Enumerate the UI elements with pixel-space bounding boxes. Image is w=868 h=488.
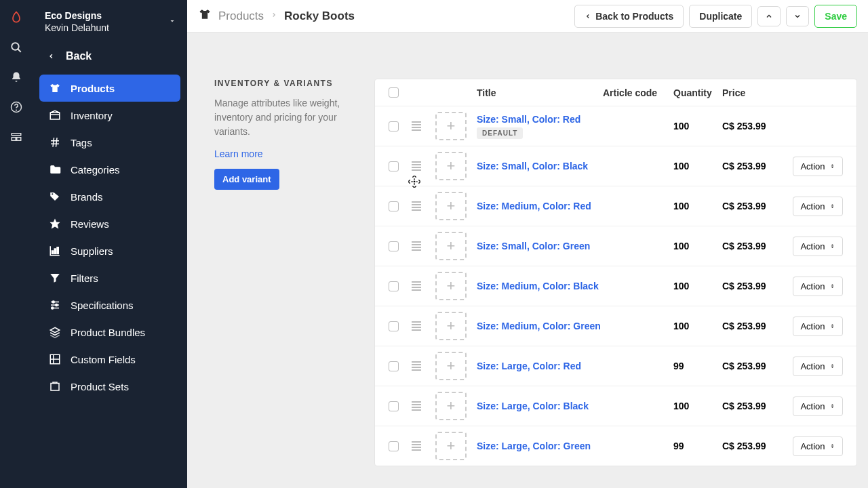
sidebar-item-label: Brands — [71, 191, 103, 203]
svg-point-21 — [56, 304, 58, 306]
row-checkbox[interactable] — [389, 401, 399, 411]
sort-icon — [829, 402, 835, 410]
drag-handle[interactable] — [405, 241, 428, 251]
add-image-button[interactable]: + — [435, 112, 467, 140]
action-button[interactable]: Action — [793, 277, 842, 296]
sidebar-item-inventory[interactable]: Inventory — [39, 102, 180, 129]
row-checkbox[interactable] — [389, 121, 399, 131]
variant-title-link[interactable]: Size: Medium, Color: Red — [477, 201, 591, 211]
drag-handle[interactable] — [405, 441, 428, 451]
price-value: C$ 253.99 — [722, 401, 786, 411]
folder-icon — [49, 163, 61, 176]
content-scroll[interactable]: INVENTORY & VARIANTS Manage attributes l… — [187, 33, 868, 488]
row-checkbox[interactable] — [389, 281, 399, 291]
variant-title-link[interactable]: Size: Large, Color: Black — [477, 401, 589, 411]
variant-title-link[interactable]: Size: Small, Color: Red — [477, 114, 580, 125]
svg-rect-4 — [12, 134, 21, 136]
next-button[interactable] — [786, 6, 809, 26]
drag-handle[interactable] — [405, 281, 428, 291]
add-image-button[interactable]: + — [435, 352, 467, 380]
save-button[interactable]: Save — [814, 5, 857, 28]
drag-handle[interactable] — [405, 121, 428, 131]
price-value: C$ 253.99 — [722, 201, 786, 211]
quantity-value: 99 — [673, 441, 722, 451]
col-title: Title — [474, 87, 603, 98]
sidebar-item-label: Suppliers — [71, 245, 113, 257]
col-article: Article code — [603, 87, 673, 98]
action-button[interactable]: Action — [793, 237, 842, 256]
sidebar-item-label: Inventory — [71, 110, 113, 121]
variant-title-link[interactable]: Size: Small, Color: Black — [477, 161, 588, 171]
add-image-button[interactable]: + — [435, 312, 467, 340]
drag-handle[interactable] — [405, 321, 428, 331]
sidebar-item-label: Specifications — [71, 300, 134, 311]
svg-marker-13 — [50, 219, 60, 229]
svg-marker-23 — [50, 328, 60, 333]
bell-icon[interactable] — [9, 70, 23, 84]
quantity-value: 100 — [673, 201, 722, 211]
row-checkbox[interactable] — [389, 361, 399, 371]
sidebar-item-product-bundles[interactable]: Product Bundles — [39, 319, 180, 346]
action-button[interactable]: Action — [793, 396, 842, 416]
sidebar-item-categories[interactable]: Categories — [39, 156, 180, 183]
action-button[interactable]: Action — [793, 436, 842, 456]
add-image-button[interactable]: + — [435, 432, 467, 460]
row-checkbox[interactable] — [389, 201, 399, 211]
search-icon[interactable] — [9, 41, 23, 54]
hash-icon — [49, 136, 61, 148]
variant-title-link[interactable]: Size: Medium, Color: Green — [477, 321, 601, 331]
sidebar-item-reviews[interactable]: Reviews — [39, 210, 180, 237]
add-image-button[interactable]: + — [435, 152, 467, 180]
learn-more-link[interactable]: Learn more — [214, 148, 263, 159]
add-image-button[interactable]: + — [435, 392, 467, 420]
action-button[interactable]: Action — [793, 157, 842, 176]
add-image-button[interactable]: + — [435, 272, 467, 300]
sidebar-item-filters[interactable]: Filters — [39, 264, 180, 291]
sidebar-item-products[interactable]: Products — [39, 75, 180, 102]
chevron-right-icon — [271, 9, 277, 23]
action-button[interactable]: Action — [793, 317, 842, 336]
sidebar-item-label: Product Sets — [71, 381, 129, 392]
store-switcher[interactable]: Eco Designs Kevin Delahunt — [33, 0, 187, 41]
drag-handle[interactable] — [405, 361, 428, 371]
drag-handle[interactable] — [405, 161, 428, 171]
duplicate-button[interactable]: Duplicate — [689, 5, 752, 28]
sidebar-item-suppliers[interactable]: Suppliers — [39, 237, 180, 264]
tshirt-icon — [198, 7, 212, 24]
sidebar-item-brands[interactable]: Brands — [39, 183, 180, 210]
action-button[interactable]: Action — [793, 197, 842, 216]
variant-title-link[interactable]: Size: Medium, Color: Black — [477, 281, 599, 291]
row-checkbox[interactable] — [389, 441, 399, 451]
sidebar-item-custom-fields[interactable]: Custom Fields — [39, 346, 180, 373]
variant-title-link[interactable]: Size: Small, Color: Green — [477, 241, 590, 251]
help-icon[interactable] — [9, 100, 23, 114]
add-variant-button[interactable]: Add variant — [214, 169, 279, 190]
main: Products Rocky Boots Back to Products Du… — [187, 0, 868, 488]
variant-title-link[interactable]: Size: Large, Color: Green — [477, 441, 591, 451]
logo-icon[interactable] — [9, 11, 23, 24]
svg-rect-27 — [51, 384, 59, 391]
apps-icon[interactable] — [9, 130, 23, 144]
prev-button[interactable] — [757, 6, 781, 26]
breadcrumb-parent[interactable]: Products — [218, 9, 264, 23]
sidebar-back[interactable]: Back — [33, 41, 187, 72]
chevron-down-icon — [168, 16, 176, 27]
drag-handle[interactable] — [405, 401, 428, 411]
sidebar-item-product-sets[interactable]: Product Sets — [39, 373, 180, 400]
sidebar-item-tags[interactable]: Tags — [39, 129, 180, 156]
action-button[interactable]: Action — [793, 357, 842, 376]
row-checkbox[interactable] — [389, 161, 399, 171]
sidebar-item-label: Products — [71, 83, 115, 94]
variant-title-link[interactable]: Size: Large, Color: Red — [477, 361, 581, 371]
row-checkbox[interactable] — [389, 241, 399, 251]
sidebar-item-specifications[interactable]: Specifications — [39, 291, 180, 319]
add-image-button[interactable]: + — [435, 192, 467, 220]
back-to-products-button[interactable]: Back to Products — [574, 5, 684, 28]
add-image-button[interactable]: + — [435, 232, 467, 260]
drag-handle[interactable] — [405, 201, 428, 211]
quantity-value: 100 — [673, 401, 722, 411]
row-checkbox[interactable] — [389, 321, 399, 331]
quantity-value: 100 — [673, 121, 722, 131]
select-all-checkbox[interactable] — [389, 87, 399, 98]
star-icon — [49, 218, 61, 230]
